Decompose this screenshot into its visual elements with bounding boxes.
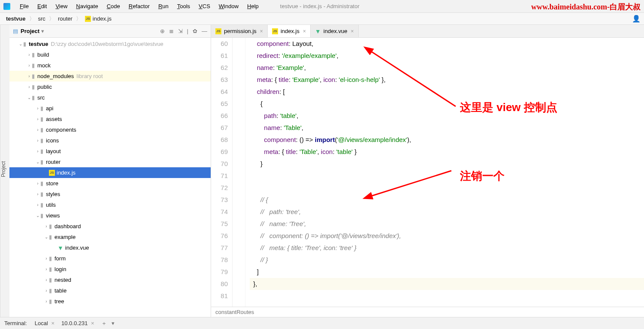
code-line-60[interactable]: component: Layout, [250, 38, 644, 50]
tree-item-public[interactable]: ›▮public [9, 81, 211, 92]
code-content[interactable]: component: Layout, redirect: '/example/e… [245, 38, 644, 307]
code-line-69[interactable]: meta: { title: 'Table', icon: 'table' } [250, 146, 644, 158]
breadcrumb-src[interactable]: src [36, 15, 48, 22]
tree-arrow-icon[interactable]: › [44, 256, 49, 261]
tree-item-store[interactable]: ›▮store [9, 178, 211, 189]
tree-item-router[interactable]: ⌄▮router [9, 157, 211, 167]
terminal-tab-Local[interactable]: Local × [31, 320, 58, 326]
code-line-65[interactable]: { [250, 98, 644, 110]
terminal-tab-10.0.0.231[interactable]: 10.0.0.231 × [58, 320, 98, 326]
tree-item-table[interactable]: ›▮table [9, 285, 211, 296]
project-type-icon[interactable]: ▤ [13, 28, 18, 34]
project-tree[interactable]: ⌄▮testvueD:\zzy doc\code\10webstorm\1go\… [9, 38, 211, 317]
tree-arrow-icon[interactable]: ⌄ [27, 95, 32, 100]
editor-breadcrumb[interactable]: constantRoutes [211, 307, 644, 317]
fold-strip[interactable] [233, 38, 245, 307]
menu-help[interactable]: Help [243, 1, 263, 11]
tree-item-example[interactable]: ⌄▮example [9, 232, 211, 242]
tree-item-testvue[interactable]: ⌄▮testvueD:\zzy doc\code\10webstorm\1go\… [9, 39, 211, 49]
chevron-down-icon[interactable]: ▾ [41, 28, 44, 34]
code-line-77[interactable]: // meta: { title: 'Tree', icon: 'tree' } [250, 242, 644, 254]
tree-arrow-icon[interactable]: › [35, 106, 40, 111]
terminal-label[interactable]: Terminal: [4, 320, 27, 326]
tree-item-form[interactable]: ›▮form [9, 253, 211, 264]
code-line-78[interactable]: // } [250, 254, 644, 266]
tab-index.vue[interactable]: ▼index.vue× [311, 25, 359, 37]
collapse-all-icon[interactable]: ⇲ [178, 28, 183, 34]
tree-item-dashboard[interactable]: ›▮dashboard [9, 221, 211, 232]
tree-item-layout[interactable]: ›▮layout [9, 146, 211, 157]
menu-code[interactable]: Code [103, 1, 124, 11]
tree-item-api[interactable]: ›▮api [9, 103, 211, 114]
terminal-add-icon[interactable]: ＋ [101, 320, 107, 326]
tree-arrow-icon[interactable]: › [44, 267, 49, 272]
code-line-72[interactable] [250, 182, 644, 194]
code-line-74[interactable]: // path: 'tree', [250, 206, 644, 218]
tree-arrow-icon[interactable]: › [35, 138, 40, 143]
close-icon[interactable]: × [260, 28, 263, 34]
menu-view[interactable]: View [51, 1, 72, 11]
tab-index.js[interactable]: JSindex.js× [268, 25, 311, 37]
tree-item-views[interactable]: ⌄▮views [9, 210, 211, 221]
menu-window[interactable]: Window [215, 1, 243, 11]
tree-arrow-icon[interactable]: › [35, 192, 40, 196]
menu-refactor[interactable]: Refactor [124, 1, 154, 11]
code-line-81[interactable] [250, 290, 644, 302]
tree-item-mock[interactable]: ›▮mock [9, 60, 211, 71]
tree-arrow-icon[interactable]: ⌄ [18, 42, 23, 46]
tree-item-assets[interactable]: ›▮assets [9, 114, 211, 124]
tree-item-components[interactable]: ›▮components [9, 124, 211, 135]
tree-arrow-icon[interactable]: › [35, 181, 40, 186]
tree-arrow-icon[interactable]: ⌄ [35, 160, 40, 164]
code-line-63[interactable]: meta: { title: 'Example', icon: 'el-icon… [250, 74, 644, 86]
tree-item-utils[interactable]: ›▮utils [9, 199, 211, 210]
tree-arrow-icon[interactable]: › [27, 85, 32, 89]
menu-tools[interactable]: Tools [173, 1, 194, 11]
user-icon[interactable]: 👤 [632, 15, 641, 23]
code-line-66[interactable]: path: 'table', [250, 110, 644, 122]
tree-arrow-icon[interactable]: › [35, 117, 40, 121]
tree-arrow-icon[interactable]: › [35, 149, 40, 154]
tree-arrow-icon[interactable]: ⌄ [35, 213, 40, 218]
code-line-70[interactable]: } [250, 158, 644, 170]
tree-item-nested[interactable]: ›▮nested [9, 275, 211, 285]
tab-permission.js[interactable]: JSpermission.js× [211, 25, 268, 37]
tree-arrow-icon[interactable]: ⌄ [44, 235, 49, 239]
tree-arrow-icon[interactable]: › [44, 278, 49, 282]
expand-all-icon[interactable]: ≣ [169, 28, 174, 34]
project-tool-tab[interactable]: Project [0, 25, 9, 317]
tree-arrow-icon[interactable]: › [27, 63, 32, 68]
tree-arrow-icon[interactable]: › [35, 127, 40, 132]
menu-edit[interactable]: Edit [33, 1, 51, 11]
close-icon[interactable]: × [303, 28, 306, 34]
breadcrumb-router[interactable]: router [55, 15, 75, 22]
breadcrumb-index.js[interactable]: JSindex.js [82, 15, 114, 22]
tree-item-styles[interactable]: ›▮styles [9, 189, 211, 199]
tree-arrow-icon[interactable]: › [44, 224, 49, 229]
tree-arrow-icon[interactable]: › [44, 299, 49, 304]
code-line-75[interactable]: // name: 'Tree', [250, 218, 644, 230]
code-editor[interactable]: 6061626364656667686970717273747576777879… [211, 38, 644, 307]
tree-item-index.js[interactable]: JSindex.js [9, 167, 211, 178]
code-line-62[interactable]: name: 'Example', [250, 62, 644, 74]
close-icon[interactable]: × [91, 320, 94, 326]
code-line-64[interactable]: children: [ [250, 86, 644, 98]
tree-item-node_modules[interactable]: ›▮node_moduleslibrary root [9, 71, 211, 81]
tree-item-icons[interactable]: ›▮icons [9, 135, 211, 146]
menu-file[interactable]: File [15, 1, 33, 11]
tree-item-login[interactable]: ›▮login [9, 264, 211, 275]
tree-arrow-icon[interactable]: › [27, 52, 32, 57]
tree-item-src[interactable]: ⌄▮src [9, 92, 211, 103]
close-icon[interactable]: × [51, 320, 54, 326]
hide-icon[interactable]: — [202, 28, 207, 34]
tree-arrow-icon[interactable]: › [44, 288, 49, 293]
code-line-67[interactable]: name: 'Table', [250, 122, 644, 134]
project-title[interactable]: Project [21, 28, 39, 34]
terminal-dropdown-icon[interactable]: ▾ [112, 320, 115, 326]
select-opened-icon[interactable]: ⊕ [160, 28, 165, 34]
tree-arrow-icon[interactable]: › [35, 202, 40, 207]
tree-item-build[interactable]: ›▮build [9, 49, 211, 60]
code-line-71[interactable] [250, 170, 644, 182]
code-line-79[interactable]: ] [250, 266, 644, 278]
gear-icon[interactable]: ✿ [193, 28, 197, 34]
